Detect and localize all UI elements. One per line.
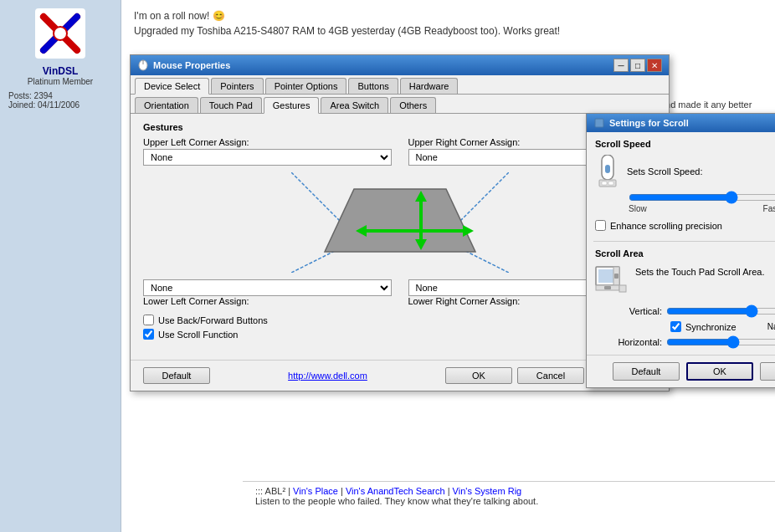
mouse-icon	[137, 59, 149, 71]
enhance-checkbox[interactable]	[595, 220, 606, 231]
default-button[interactable]: Default	[143, 367, 210, 384]
scroll-ok-button[interactable]: OK	[686, 362, 753, 381]
horizontal-label: Horizontal:	[603, 337, 662, 347]
minimize-button[interactable]: ─	[613, 59, 629, 72]
sync-row: Synchronize Narrow Wide	[595, 320, 775, 334]
upper-left-select[interactable]: None	[143, 149, 392, 166]
sets-scroll-speed-label: Sets Scroll Speed:	[627, 166, 775, 176]
tab-gestures[interactable]: Gestures	[264, 97, 320, 114]
lower-left-select[interactable]: None	[143, 279, 392, 296]
scroll-area-row: Sets the Touch Pad Scroll Area.	[595, 266, 775, 298]
joined-label: Joined:	[8, 100, 35, 110]
svg-marker-8	[325, 189, 475, 252]
scroll-settings-dialog: Settings for Scroll ✕ Scroll Speed Sets …	[586, 113, 775, 388]
svg-rect-26	[604, 286, 611, 289]
svg-rect-20	[608, 182, 613, 185]
posts-value: 2394	[34, 91, 53, 100]
post-line2: Upgraded my Toshiba A215-S4807 RAM to 4G…	[134, 23, 762, 38]
mouse-dialog-titlebar: Mouse Properties ─ □ ✕	[131, 55, 669, 75]
vertical-slider[interactable]	[666, 304, 775, 318]
scroll-divider	[593, 241, 775, 242]
upper-left-group: Upper Left Corner Assign: None	[143, 137, 392, 166]
sidebar: VinDSL Platinum Member Posts: 2394 Joine…	[0, 0, 121, 532]
ok-button[interactable]: OK	[445, 367, 512, 384]
tab-device-select[interactable]: Device Select	[135, 78, 209, 95]
scroll-function-checkbox[interactable]	[143, 329, 154, 340]
tab-touch-pad[interactable]: Touch Pad	[200, 97, 262, 113]
fast-label: Fast	[763, 204, 775, 213]
site-logo	[35, 8, 85, 59]
narrow-label: Narrow	[749, 322, 775, 331]
sidebar-info: Posts: 2394 Joined: 04/11/2006	[8, 91, 112, 110]
footer-link-3[interactable]: Vin's System Rig	[453, 486, 522, 496]
scroll-area-section-label: Scroll Area	[595, 248, 775, 258]
synchronize-checkbox[interactable]	[670, 321, 681, 332]
svg-rect-27	[619, 285, 626, 292]
scroll-area-text: Sets the Touch Pad Scroll Area.	[635, 266, 765, 279]
scroll-speed-slider[interactable]	[629, 191, 775, 204]
enhance-label: Enhance scrolling precision	[610, 221, 722, 231]
synchronize-label: Synchronize	[685, 322, 737, 332]
post-header: I'm on a roll now! 😊 Upgraded my Toshiba…	[121, 0, 775, 43]
cancel-button[interactable]: Cancel	[517, 367, 584, 384]
titlebar-left: Mouse Properties	[137, 59, 230, 71]
tabs-row-2: Orientation Touch Pad Gestures Area Swit…	[131, 95, 669, 114]
username: VinDSL	[43, 65, 78, 77]
main-content: I'm on a roll now! 😊 Upgraded my Toshiba…	[121, 0, 775, 532]
dell-link[interactable]: http://www.dell.com	[288, 371, 367, 381]
footer-link-2[interactable]: Vin's AnandTech Search	[346, 486, 445, 496]
touchpad-visual	[291, 172, 509, 273]
tab-pointer-options[interactable]: Pointer Options	[265, 78, 347, 94]
tab-buttons[interactable]: Buttons	[348, 78, 398, 94]
scroll-area-section: Sets the Touch Pad Scroll Area. Vertical…	[587, 262, 775, 355]
bottom-controls: Use Back/Forward Buttons Use Scroll Func…	[143, 315, 656, 351]
touchpad-diagram	[291, 172, 509, 273]
user-rank: Platinum Member	[28, 77, 93, 86]
scroll-default-button[interactable]: Default	[613, 362, 680, 381]
tab-pointers[interactable]: Pointers	[211, 78, 263, 94]
lower-corner-row: None Lower Left Corner Assign: None Lowe…	[143, 279, 656, 308]
scroll-dialog-title: Settings for Scroll	[609, 118, 689, 128]
upper-left-label: Upper Left Corner Assign:	[143, 137, 392, 147]
enhance-row: Enhance scrolling precision	[587, 217, 775, 238]
upper-corner-row: Upper Left Corner Assign: None Upper Rig…	[143, 137, 656, 166]
scroll-speed-row: Sets Scroll Speed:	[587, 152, 775, 191]
horizontal-slider-row: Horizontal:	[595, 334, 775, 350]
tab-hardware[interactable]: Hardware	[400, 78, 459, 94]
svg-rect-17	[605, 165, 610, 173]
slow-label: Slow	[629, 204, 647, 213]
footer-sep-text: ::: ABL² |	[255, 486, 290, 496]
lower-left-label: Lower Left Corner Assign:	[143, 296, 392, 306]
scroll-dialog-bottom: Default OK Cancel	[587, 355, 775, 387]
gestures-section-label: Gestures	[143, 122, 656, 132]
footer-separator: ::: ABL² | Vin's Place | Vin's AnandTech…	[255, 486, 762, 496]
joined-value: 04/11/2006	[38, 100, 80, 110]
tab-orientation[interactable]: Orientation	[135, 97, 198, 113]
checkbox-scroll-function: Use Scroll Function	[143, 329, 268, 340]
horizontal-slider[interactable]	[666, 335, 775, 349]
scroll-dialog-icon	[593, 117, 605, 129]
scroll-speed-section-label: Scroll Speed	[595, 139, 775, 149]
tab-others[interactable]: Others	[390, 97, 436, 113]
post-line1: I'm on a roll now! 😊	[134, 8, 762, 23]
tab-area-switch[interactable]: Area Switch	[321, 97, 388, 113]
post-footer: ::: ABL² | Vin's Place | Vin's AnandTech…	[243, 481, 775, 510]
svg-rect-19	[602, 182, 607, 185]
scroll-speed-icon	[595, 155, 620, 188]
scroll-speed-labels: Slow Fast	[629, 204, 775, 213]
back-forward-label: Use Back/Forward Buttons	[158, 315, 268, 325]
scroll-dialog-titlebar: Settings for Scroll ✕	[587, 114, 775, 132]
mouse-dialog-title: Mouse Properties	[153, 60, 230, 70]
scroll-area-icon	[595, 266, 627, 298]
scroll-cancel-button[interactable]: Cancel	[760, 362, 775, 381]
svg-rect-24	[614, 274, 618, 279]
footer-link-1[interactable]: Vin's Place	[293, 486, 338, 496]
scroll-speed-slider-container: Slow Fast	[587, 191, 775, 217]
maximize-button[interactable]: □	[630, 59, 645, 72]
close-button[interactable]: ✕	[647, 59, 662, 72]
svg-point-1	[54, 27, 67, 40]
svg-rect-15	[595, 119, 603, 127]
scroll-titlebar-left: Settings for Scroll	[593, 117, 689, 129]
back-forward-checkbox[interactable]	[143, 315, 154, 325]
lower-left-group: None Lower Left Corner Assign:	[143, 279, 392, 308]
